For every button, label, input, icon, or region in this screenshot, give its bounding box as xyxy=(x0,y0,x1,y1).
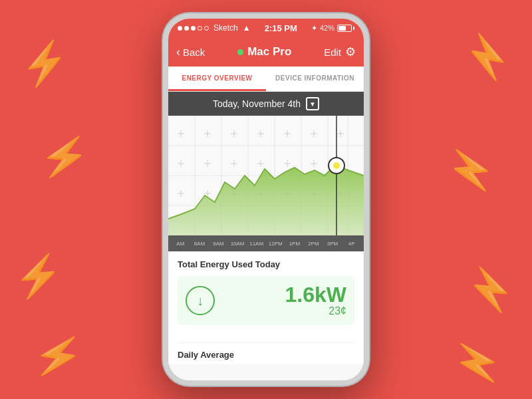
tab-device-label: DEVICE INFORMATION xyxy=(275,74,354,82)
bluetooth-icon: ✦ xyxy=(311,24,317,33)
time-label-1pm: 1PM xyxy=(285,241,305,247)
time-label-9am: 9AM xyxy=(209,241,228,247)
device-name: Mac Pro xyxy=(247,45,291,59)
download-icon: ↓ xyxy=(197,293,203,309)
battery-icon xyxy=(337,25,354,32)
date-bar: Today, November 4th ▼ xyxy=(168,92,364,116)
time-label-2pm: 2PM xyxy=(304,241,323,247)
dropdown-arrow-icon: ▼ xyxy=(309,100,316,108)
device-status-icon xyxy=(237,49,243,55)
battery-area: ✦ 42% xyxy=(311,24,354,33)
phone-frame: Sketch ▲ 2:15 PM ✦ 42% ‹ Back Mac Pro Ed… xyxy=(163,13,369,386)
energy-card: ↓ 1.6kW 23¢ xyxy=(178,276,354,325)
back-label: Back xyxy=(183,47,205,58)
tab-energy-overview[interactable]: ENERGY OVERVIEW xyxy=(168,66,266,91)
back-button[interactable]: ‹ Back xyxy=(176,47,205,58)
energy-cents-value: 23¢ xyxy=(285,305,346,317)
time-axis: AM 8AM 9AM 10AM 11AM 12PM 1PM 2PM 3PM 4P xyxy=(168,235,364,251)
nav-bar: ‹ Back Mac Pro Edit ⚙ xyxy=(168,37,364,66)
date-dropdown-button[interactable]: ▼ xyxy=(306,97,319,110)
status-bar: Sketch ▲ 2:15 PM ✦ 42% xyxy=(168,19,364,37)
time-label-3pm: 3PM xyxy=(323,241,342,247)
battery-pct: 42% xyxy=(320,24,334,32)
total-energy-section: Total Energy Used Today ↓ 1.6kW 23¢ xyxy=(168,251,364,336)
nav-title: Mac Pro xyxy=(237,45,291,59)
time-label-4p: 4P xyxy=(342,241,361,247)
signal-dot-3 xyxy=(191,26,196,31)
tab-device-information[interactable]: DEVICE INFORMATION xyxy=(266,66,364,91)
time-display: 2:15 PM xyxy=(265,23,297,33)
time-label-12pm: 12PM xyxy=(266,241,285,247)
time-label-am: AM xyxy=(171,241,190,247)
signal-dot-4 xyxy=(198,26,202,31)
tab-energy-label: ENERGY OVERVIEW xyxy=(182,74,252,82)
energy-kw-value: 1.6kW xyxy=(285,284,346,305)
signal-dot-5 xyxy=(204,26,209,31)
edit-label: Edit xyxy=(324,47,341,58)
energy-values: 1.6kW 23¢ xyxy=(285,284,346,317)
energy-chart xyxy=(168,116,364,235)
svg-point-56 xyxy=(333,162,340,169)
back-chevron-icon: ‹ xyxy=(176,46,180,58)
time-label-11am: 11AM xyxy=(247,241,266,247)
signal-area: Sketch ▲ xyxy=(178,23,251,33)
signal-dot-1 xyxy=(178,26,182,31)
wifi-icon: ▲ xyxy=(243,23,251,33)
signal-dot-2 xyxy=(184,26,189,31)
gear-icon: ⚙ xyxy=(345,45,356,59)
carrier-label: Sketch xyxy=(213,23,238,33)
daily-average-title: Daily Average xyxy=(178,342,354,360)
date-label: Today, November 4th xyxy=(213,98,301,109)
time-label-10am: 10AM xyxy=(228,241,247,247)
total-energy-title: Total Energy Used Today xyxy=(178,259,354,269)
edit-button[interactable]: Edit ⚙ xyxy=(324,45,356,59)
tab-bar: ENERGY OVERVIEW DEVICE INFORMATION xyxy=(168,66,364,92)
chart-svg xyxy=(168,116,364,235)
screen-content: Today, November 4th ▼ xyxy=(168,92,364,380)
daily-average-section: Daily Average xyxy=(168,336,364,364)
download-icon-circle: ↓ xyxy=(186,286,215,315)
time-label-8am: 8AM xyxy=(190,241,209,247)
